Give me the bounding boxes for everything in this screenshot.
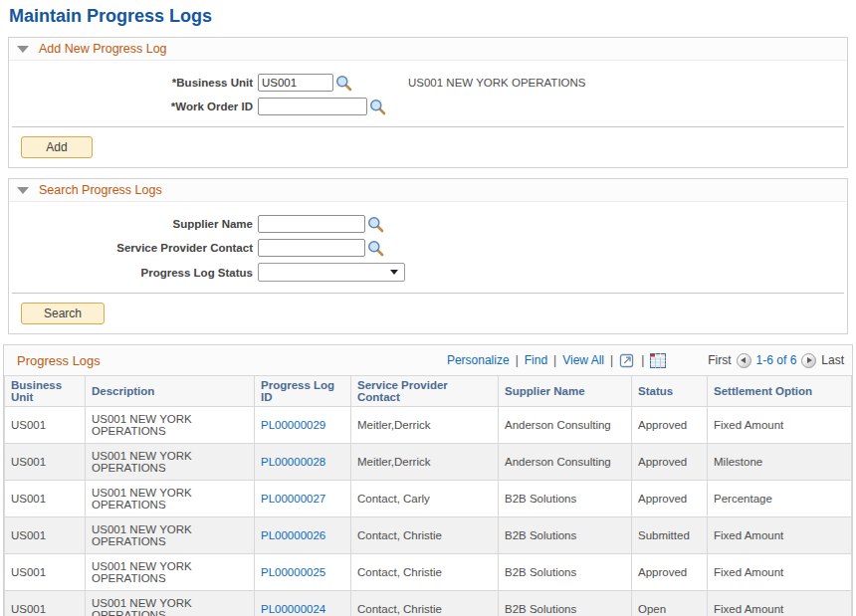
- cell-settlement-option: Fixed Amount: [708, 554, 852, 591]
- find-link[interactable]: Find: [525, 353, 547, 367]
- cell-progress-log-id: PL00000024: [255, 591, 351, 616]
- cell-service-provider-contact: Meitler,Derrick: [351, 407, 499, 444]
- view-all-link[interactable]: View All: [562, 353, 604, 367]
- table-row: US001 US001 NEW YORK OPERATIONS PL000000…: [5, 554, 852, 591]
- business-unit-lookup-icon[interactable]: [335, 75, 352, 92]
- column-header-progress-log-id[interactable]: Progress Log ID: [255, 376, 351, 407]
- progress-logs-section: Progress Logs Personalize | Find | View …: [3, 344, 853, 616]
- previous-arrow-icon: [741, 357, 746, 363]
- cell-settlement-option: Milestone: [708, 444, 852, 481]
- cell-description: US001 NEW YORK OPERATIONS: [86, 517, 255, 554]
- table-row: US001 US001 NEW YORK OPERATIONS PL000000…: [5, 407, 852, 444]
- supplier-name-row: Supplier Name: [9, 215, 847, 233]
- collapse-section-icon[interactable]: [17, 46, 29, 53]
- column-header-status[interactable]: Status: [632, 376, 708, 407]
- personalize-link[interactable]: Personalize: [447, 353, 510, 367]
- add-section-header[interactable]: Add New Progress Log: [9, 38, 847, 61]
- add-section-divider: [12, 126, 844, 127]
- table-header-row: Business Unit Description Progress Log I…: [5, 376, 852, 407]
- supplier-name-input[interactable]: [258, 215, 365, 233]
- cell-progress-log-id: PL00000025: [255, 554, 351, 591]
- cell-progress-log-id: PL00000027: [255, 481, 351, 517]
- add-section-body: *Business Unit US001 NEW YORK OPERATIONS…: [9, 61, 847, 167]
- cell-supplier-name: B2B Solutions: [499, 554, 632, 591]
- supplier-name-lookup-icon[interactable]: [367, 216, 384, 233]
- column-header-settlement-option[interactable]: Settlement Option: [708, 376, 852, 407]
- work-order-id-lookup-icon[interactable]: [369, 99, 386, 115]
- progress-log-id-link[interactable]: PL00000026: [261, 529, 325, 541]
- grid-header-bar: Progress Logs Personalize | Find | View …: [4, 345, 852, 375]
- column-header-service-provider-contact[interactable]: Service Provider Contact: [351, 376, 499, 407]
- cell-business-unit: US001: [5, 517, 86, 554]
- column-header-supplier-name[interactable]: Supplier Name: [499, 376, 632, 407]
- search-section-body: Supplier Name Service Provider Contact: [9, 202, 847, 333]
- previous-page-button[interactable]: [737, 353, 751, 368]
- table-row: US001 US001 NEW YORK OPERATIONS PL000000…: [5, 444, 852, 481]
- service-provider-contact-row: Service Provider Contact: [9, 239, 847, 257]
- cell-service-provider-contact: Contact, Christie: [351, 591, 499, 616]
- grid-pagination: First 1-6 of 6 Last: [708, 353, 844, 368]
- table-row: US001 US001 NEW YORK OPERATIONS PL000000…: [5, 517, 852, 554]
- collapse-section-icon[interactable]: [17, 187, 29, 194]
- progress-log-id-link[interactable]: PL00000029: [261, 419, 325, 431]
- cell-supplier-name: B2B Solutions: [499, 591, 632, 616]
- toolbar-separator: |: [553, 353, 556, 367]
- dropdown-arrow-icon: [390, 270, 398, 275]
- column-header-business-unit[interactable]: Business Unit: [5, 376, 86, 407]
- table-row: US001 US001 NEW YORK OPERATIONS PL000000…: [5, 481, 852, 517]
- cell-description: US001 NEW YORK OPERATIONS: [86, 481, 255, 517]
- next-page-button[interactable]: [801, 353, 816, 368]
- cell-business-unit: US001: [5, 481, 86, 517]
- popout-grid-icon[interactable]: [619, 352, 635, 368]
- last-page-link[interactable]: Last: [821, 353, 844, 367]
- progress-log-id-link[interactable]: PL00000028: [261, 456, 325, 468]
- page-title: Maintain Progress Logs: [9, 6, 848, 27]
- first-page-link[interactable]: First: [708, 353, 731, 367]
- cell-supplier-name: Anderson Consulting: [499, 407, 632, 444]
- grid-title: Progress Logs: [17, 353, 101, 368]
- progress-log-id-link[interactable]: PL00000025: [261, 566, 325, 578]
- download-grid-icon[interactable]: [650, 353, 666, 368]
- cell-progress-log-id: PL00000028: [255, 444, 351, 481]
- cell-status: Open: [632, 591, 708, 616]
- business-unit-label: *Business Unit: [9, 77, 258, 89]
- table-row: US001 US001 NEW YORK OPERATIONS PL000000…: [5, 591, 852, 616]
- grid-toolbar: Personalize | Find | View All | |: [447, 352, 844, 368]
- pagination-range: 1-6 of 6: [756, 353, 797, 367]
- cell-description: US001 NEW YORK OPERATIONS: [86, 407, 255, 444]
- progress-log-id-link[interactable]: PL00000024: [261, 603, 325, 615]
- search-button[interactable]: Search: [21, 303, 105, 324]
- business-unit-row: *Business Unit US001 NEW YORK OPERATIONS: [9, 74, 847, 92]
- search-section: Search Progress Logs Supplier Name Servi…: [8, 178, 848, 334]
- work-order-row: *Work Order ID: [9, 98, 847, 115]
- toolbar-separator: |: [516, 353, 519, 367]
- search-section-header[interactable]: Search Progress Logs: [9, 179, 847, 202]
- service-provider-contact-lookup-icon[interactable]: [367, 240, 384, 257]
- column-header-description[interactable]: Description: [86, 376, 255, 407]
- cell-description: US001 NEW YORK OPERATIONS: [86, 554, 255, 591]
- cell-service-provider-contact: Contact, Christie: [351, 517, 499, 554]
- progress-logs-table: Business Unit Description Progress Log I…: [4, 375, 852, 616]
- service-provider-contact-label: Service Provider Contact: [9, 242, 258, 254]
- progress-log-status-label: Progress Log Status: [9, 267, 258, 279]
- cell-settlement-option: Percentage: [708, 481, 852, 517]
- service-provider-contact-input[interactable]: [258, 239, 365, 257]
- business-unit-input[interactable]: [258, 74, 333, 92]
- add-button[interactable]: Add: [21, 136, 93, 158]
- cell-description: US001 NEW YORK OPERATIONS: [86, 591, 255, 616]
- cell-supplier-name: B2B Solutions: [499, 517, 632, 554]
- cell-description: US001 NEW YORK OPERATIONS: [86, 444, 255, 481]
- cell-status: Approved: [632, 481, 708, 517]
- cell-business-unit: US001: [5, 444, 86, 481]
- progress-log-status-select[interactable]: [258, 263, 405, 282]
- add-section: Add New Progress Log *Business Unit US00…: [8, 37, 848, 168]
- cell-status: Submitted: [632, 517, 708, 554]
- cell-progress-log-id: PL00000026: [255, 517, 351, 554]
- work-order-id-input[interactable]: [258, 98, 367, 115]
- progress-log-id-link[interactable]: PL00000027: [261, 493, 325, 505]
- cell-supplier-name: Anderson Consulting: [499, 444, 632, 481]
- cell-service-provider-contact: Contact, Carly: [351, 481, 499, 517]
- cell-status: Approved: [632, 407, 708, 444]
- search-section-divider: [12, 293, 844, 294]
- cell-business-unit: US001: [5, 407, 86, 444]
